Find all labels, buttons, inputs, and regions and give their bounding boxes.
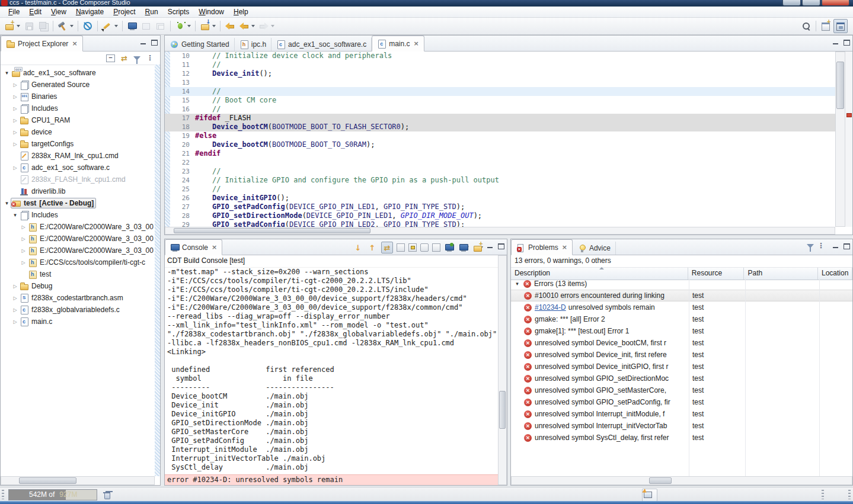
build-button[interactable] [56, 20, 75, 33]
expand-arrow-icon[interactable]: ▾ [3, 200, 11, 206]
tree-item-e-c200ware-c2000ware-3-03-00[interactable]: ▷E:/C200Ware/C2000Ware_3_03_00 [1, 245, 155, 256]
expand-arrow-icon[interactable]: ▷ [11, 165, 19, 171]
code-line-16[interactable]: 16 // [165, 105, 835, 114]
code-line-24[interactable]: 24 // Initialize GPIO and configure the … [165, 176, 835, 185]
close-icon[interactable]: × [212, 243, 217, 251]
code-line-12[interactable]: 12 Device_init(); [165, 69, 835, 78]
next-error-icon[interactable]: ↓ [353, 242, 363, 253]
problem-row[interactable]: ×unresolved symbol Device_bootCM, first … [511, 337, 852, 349]
menu-navigate[interactable]: Navigate [71, 7, 108, 17]
problem-row[interactable]: ×gmake: *** [all] Error 2test [511, 313, 852, 325]
menu-edit[interactable]: Edit [24, 7, 46, 17]
minimize-editor-button[interactable] [832, 39, 839, 46]
problem-row[interactable]: ×unresolved symbol Device_init, first re… [511, 349, 852, 361]
expand-arrow-icon[interactable]: ▷ [11, 296, 19, 301]
tree-item-binaries[interactable]: ▷Binaries [1, 91, 155, 102]
show-error-in-editor-icon[interactable]: ⇄ [381, 242, 393, 253]
tree-item-e-c200ware-c2000ware-3-03-00[interactable]: ▷E:/C200Ware/C2000Ware_3_03_00 [1, 233, 155, 245]
expand-arrow-icon[interactable]: ▷ [20, 260, 27, 265]
code-line-17[interactable]: 17#ifdef _FLASH [165, 114, 835, 123]
code-line-19[interactable]: 19#else [165, 131, 835, 140]
minimize-problems-button[interactable] [832, 243, 839, 249]
project-explorer-hscrollbar[interactable] [1, 476, 155, 485]
problem-row[interactable]: ×unresolved symbol Interrupt_initVectorT… [511, 420, 852, 432]
expand-arrow-icon[interactable]: ▷ [11, 319, 19, 325]
editor-vscrollbar[interactable] [835, 52, 845, 227]
code-line-28[interactable]: 28 GPIO_setDirectionMode(DEVICE_GPIO_PIN… [165, 211, 835, 220]
problem-row[interactable]: ×unresolved symbol Device_initGPIO, firs… [511, 361, 852, 373]
debug-button[interactable] [81, 20, 94, 33]
tab-problems[interactable]: Problems × [511, 239, 573, 255]
problem-row[interactable]: ×#10010 errors encountered during linkin… [511, 290, 852, 301]
maximize-window-button[interactable] [802, 0, 820, 6]
menu-run[interactable]: Run [140, 7, 163, 17]
code-line-11[interactable]: 11 // [165, 60, 835, 69]
menu-view[interactable]: View [46, 7, 71, 17]
scroll-lock-icon[interactable] [397, 243, 405, 252]
search-button[interactable] [800, 20, 813, 33]
expand-arrow-icon[interactable]: ▾ [11, 212, 19, 218]
expand-arrow-icon[interactable]: ▷ [11, 82, 19, 88]
show-console-button[interactable] [126, 20, 139, 33]
problem-row[interactable]: ×unresolved symbol GPIO_setPadConfig, fi… [511, 396, 852, 408]
console-error-line[interactable]: error #10234-D: unresolved symbols remai… [165, 474, 498, 485]
error-code-link[interactable]: #10234-D [535, 303, 566, 312]
close-icon[interactable]: × [562, 243, 567, 251]
expand-arrow-icon[interactable]: ▾ [3, 70, 11, 76]
filter-icon[interactable] [133, 56, 140, 60]
problem-row[interactable]: ×#10234-Dunresolved symbols remaintest [511, 301, 852, 313]
dropdown-caret-icon[interactable] [17, 25, 20, 27]
code-line-29[interactable]: 29 GPIO_setPadConfig(DEVICE_GPIO_PIN_LED… [165, 220, 835, 227]
dropdown-caret-icon[interactable] [212, 25, 216, 27]
tree-item-main-c[interactable]: ▷main.c [1, 316, 155, 328]
expand-arrow-icon[interactable]: ▷ [11, 142, 19, 147]
tree-item-2838x-ram-lnk-cpu1-cmd[interactable]: 2838x_RAM_lnk_cpu1.cmd [1, 150, 155, 162]
tree-item-e-c200ware-c2000ware-3-03-00[interactable]: ▷E:/C200Ware/C2000Ware_3_03_00 [1, 221, 155, 233]
ccs-edit-perspective-button[interactable] [833, 19, 848, 33]
expand-arrow-icon[interactable]: ▷ [20, 224, 27, 230]
expand-arrow-icon[interactable]: ▷ [11, 130, 19, 135]
code-line-25[interactable]: 25 // [165, 185, 835, 194]
maximize-console-button[interactable] [498, 243, 504, 249]
word-wrap-lock-icon[interactable] [408, 243, 417, 252]
dropdown-caret-icon[interactable] [271, 25, 274, 27]
open-console-status-button[interactable] [642, 489, 657, 502]
problem-row[interactable]: ×unresolved symbol Interrupt_initModule,… [511, 408, 852, 420]
menu-file[interactable]: File [4, 7, 24, 17]
expand-arrow-icon[interactable]: ▾ [513, 281, 521, 287]
run-garbage-collector-button[interactable] [101, 489, 115, 500]
tree-item-test[interactable]: ▾test[Active - Debug] [1, 197, 155, 209]
code-line-13[interactable]: 13 [165, 78, 835, 87]
close-icon[interactable]: × [72, 40, 77, 47]
tab-ipc-h[interactable]: ipc.h [235, 38, 271, 51]
previous-error-icon[interactable]: ↑ [367, 242, 378, 253]
open-perspective-button[interactable] [819, 20, 832, 33]
tree-item-f2838x-codestartbranch-asm[interactable]: ▷f2838x_codestartbranch.asm [1, 292, 155, 304]
tab-getting-started[interactable]: Getting Started [165, 38, 235, 51]
tree-item-includes[interactable]: ▷Includes [1, 102, 155, 114]
dropdown-caret-icon[interactable] [70, 25, 74, 27]
tree-item-adc-ex1-soc-software[interactable]: ▾adc_ex1_soc_software [1, 67, 155, 79]
tree-item-cpu1-ram[interactable]: ▷CPU1_RAM [1, 114, 155, 126]
new-wizard-button[interactable] [3, 20, 21, 33]
code-line-14[interactable]: 14 // [165, 87, 835, 96]
maximize-panel-button[interactable] [151, 39, 158, 46]
code-line-22[interactable]: 22 [165, 158, 835, 167]
problem-row[interactable]: ×unresolved symbol SysCtl_delay, first r… [511, 432, 852, 444]
problems-group-errors[interactable]: ▾×Errors (13 items) [511, 278, 852, 290]
problem-row[interactable]: ×unresolved symbol GPIO_setDirectionMoct… [511, 373, 852, 384]
tree-item-device[interactable]: ▷device [1, 126, 155, 138]
expand-arrow-icon[interactable]: ▷ [11, 118, 19, 123]
maximize-problems-button[interactable] [844, 243, 850, 249]
link-with-editor-icon[interactable]: ⇄ [121, 54, 127, 63]
code-line-27[interactable]: 27 GPIO_setPadConfig(DEVICE_GPIO_PIN_LED… [165, 203, 835, 211]
tab-console[interactable]: Console × [165, 239, 222, 255]
code-line-18[interactable]: 18 Device_bootCM(BOOTMODE_BOOT_TO_FLASH_… [165, 123, 835, 131]
expand-arrow-icon[interactable]: ▷ [20, 236, 27, 242]
back-button[interactable] [238, 20, 256, 33]
new-breakpoint-button[interactable] [174, 20, 192, 33]
dropdown-caret-icon[interactable] [251, 25, 255, 27]
tree-item-adc-ex1-soc-software-c[interactable]: ▷adc_ex1_soc_software.c [1, 162, 155, 174]
tree-item-driverlib-lib[interactable]: driverlib.lib [1, 185, 155, 197]
editor-hscrollbar[interactable] [165, 227, 835, 235]
